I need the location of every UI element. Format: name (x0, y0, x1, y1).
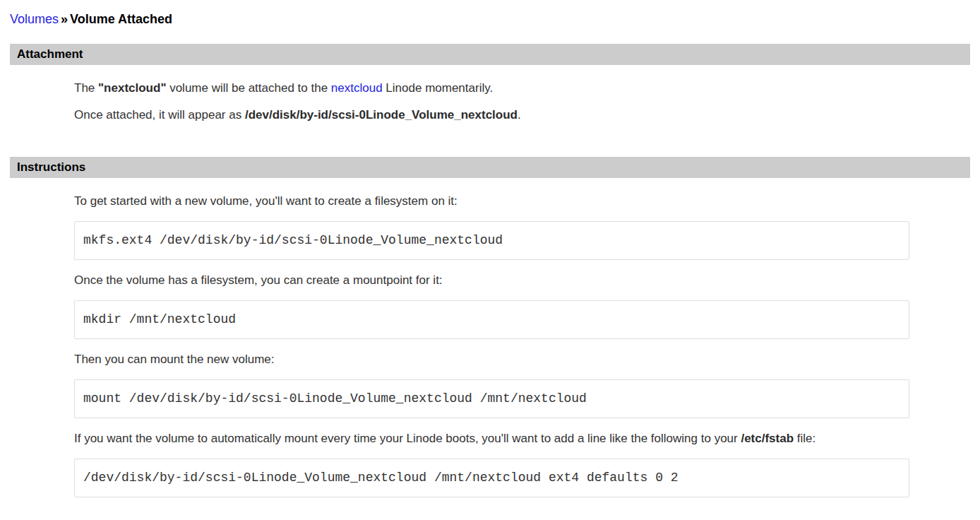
text: . (518, 108, 521, 122)
breadcrumb: Volumes»Volume Attached (10, 12, 970, 26)
bold-text: /etc/fstab (741, 432, 794, 445)
paragraph: Once the volume has a filesystem, you ca… (74, 273, 909, 287)
text: The (74, 81, 98, 95)
code-block: mkdir /mnt/nextcloud (74, 300, 909, 339)
paragraph: If you want the volume to automatically … (74, 432, 909, 445)
section-body-attachment: The "nextcloud" volume will be attached … (10, 65, 970, 139)
text: To get started with a new volume, you'll… (74, 194, 458, 208)
paragraph: Then you can mount the new volume: (74, 353, 909, 366)
breadcrumb-volumes-link[interactable]: Volumes (10, 12, 59, 26)
text: volume will be attached to the (166, 81, 330, 95)
section-header-attachment: Attachment (10, 44, 970, 65)
text: Then you can mount the new volume: (74, 353, 275, 366)
bold-text: /dev/disk/by-id/scsi-0Linode_Volume_next… (245, 108, 518, 122)
volume-attached-page: Volumes»Volume Attached AttachmentThe "n… (0, 0, 980, 512)
text: If you want the volume to automatically … (74, 432, 741, 445)
code-block: /dev/disk/by-id/scsi-0Linode_Volume_next… (74, 459, 909, 497)
breadcrumb-current-page: Volume Attached (70, 12, 172, 26)
text: file: (794, 432, 815, 445)
paragraph: To get started with a new volume, you'll… (74, 194, 909, 208)
bold-text: "nextcloud" (98, 81, 166, 95)
code-block: mkfs.ext4 /dev/disk/by-id/scsi-0Linode_V… (74, 221, 909, 260)
text: Linode momentarily. (383, 81, 494, 95)
code-block: mount /dev/disk/by-id/scsi-0Linode_Volum… (74, 379, 909, 418)
sections-container: AttachmentThe "nextcloud" volume will be… (10, 44, 970, 512)
section-body-instructions: To get started with a new volume, you'll… (10, 178, 970, 512)
text: Once attached, it will appear as (74, 108, 245, 122)
text: Once the volume has a filesystem, you ca… (74, 273, 443, 287)
paragraph: The "nextcloud" volume will be attached … (74, 81, 909, 95)
inline-link[interactable]: nextcloud (331, 81, 383, 95)
paragraph: Once attached, it will appear as /dev/di… (74, 108, 909, 122)
breadcrumb-separator-icon: » (59, 12, 70, 26)
section-header-instructions: Instructions (10, 157, 970, 178)
